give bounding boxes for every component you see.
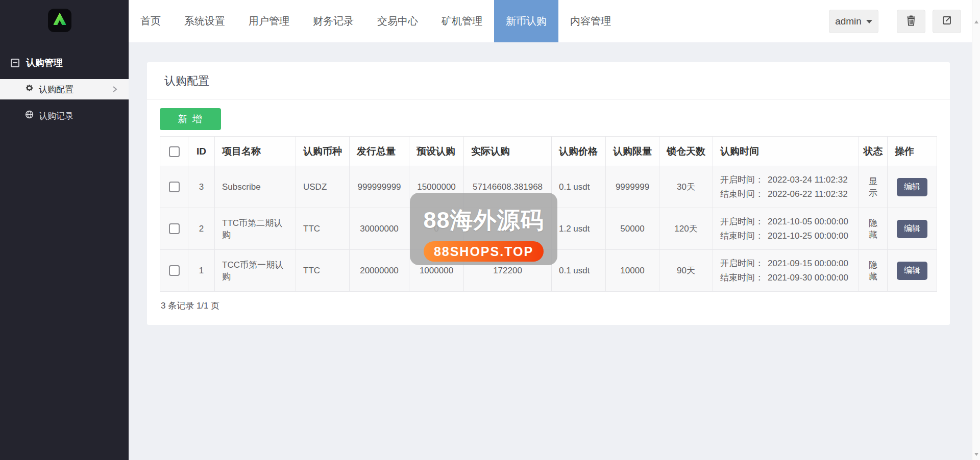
add-button[interactable]: 新 增 (160, 108, 221, 130)
close-time-value: 2021-10-25 00:00:00 (768, 231, 848, 241)
tab-home[interactable]: 首页 (129, 0, 173, 42)
open-time-value: 2021-09-15 00:00:00 (768, 259, 848, 268)
admin-dropdown[interactable]: admin (829, 10, 878, 33)
scrollbar[interactable] (972, 0, 980, 460)
close-time: 结束时间：2021-09-30 00:00:00 (720, 271, 851, 285)
cell-lock-days: 30天 (659, 166, 713, 208)
cell-select (160, 250, 188, 292)
sidebar: 认购管理 认购配置 (0, 0, 129, 460)
brand-logo[interactable] (48, 9, 71, 32)
select-all-checkbox[interactable] (169, 146, 180, 157)
globe-icon (25, 110, 34, 121)
sidebar-item-label: 认购配置 (39, 84, 74, 95)
tab-new-coin-subscription[interactable]: 新币认购 (494, 0, 558, 42)
scroll-up-arrow-icon[interactable] (974, 20, 978, 23)
nav-tabs: 首页 系统设置 用户管理 财务记录 交易中心 矿机管理 新币认购 内容管理 (129, 0, 623, 42)
cell-price: 1.2 usdt (552, 208, 606, 250)
col-preset: 预设认购 (409, 137, 464, 166)
cell-subscription-time: 开启时间：2021-10-05 00:00:00 结束时间：2021-10-25… (713, 208, 859, 250)
col-select (160, 137, 188, 166)
cell-id: 1 (188, 250, 215, 292)
col-status: 状态 (859, 137, 888, 166)
cell-total-issued: 999999999 (350, 166, 409, 208)
col-actions: 操作 (888, 137, 937, 166)
close-time: 结束时间：2022-06-22 11:02:32 (720, 187, 851, 201)
tab-finance-records[interactable]: 财务记录 (301, 0, 365, 42)
trash-button[interactable] (897, 10, 925, 33)
cell-status: 隐藏 (859, 250, 888, 292)
col-lock-days: 锁仓天数 (659, 137, 713, 166)
cell-limit: 10000 (606, 250, 659, 292)
open-time-value: 2022-03-24 11:02:32 (768, 175, 848, 185)
tab-content-management[interactable]: 内容管理 (558, 0, 623, 42)
header-actions: admin (829, 10, 961, 33)
tab-system-settings[interactable]: 系统设置 (173, 0, 237, 42)
cell-limit: 9999999 (606, 166, 659, 208)
col-total-issued: 发行总量 (350, 137, 409, 166)
cell-lock-days: 90天 (659, 250, 713, 292)
green-a-logo-icon (52, 12, 67, 29)
record-summary: 3 条记录 1/1 页 (160, 300, 937, 312)
table-header-row: ID 项目名称 认购币种 发行总量 预设认购 实际认购 认购价格 认购限量 锁仓… (160, 137, 937, 166)
col-limit: 认购限量 (606, 137, 659, 166)
close-time-label: 结束时间： (720, 189, 764, 199)
sidebar-item-subscription-records[interactable]: 认购记录 (0, 106, 129, 126)
cell-subscription-time: 开启时间：2022-03-24 11:02:32 结束时间：2022-06-22… (713, 166, 859, 208)
row-checkbox[interactable] (169, 182, 180, 192)
cell-project-name: TCC币第一期认购 (215, 250, 296, 292)
tab-user-management[interactable]: 用户管理 (237, 0, 301, 42)
open-time: 开启时间：2021-10-05 00:00:00 (720, 215, 851, 229)
edit-button[interactable]: 编辑 (897, 262, 927, 280)
watermark-overlay: 88海外源码 88SHOPS.TOP (410, 193, 557, 265)
col-id: ID (188, 137, 215, 166)
cell-actions: 编辑 (888, 250, 937, 292)
close-time-label: 结束时间： (720, 231, 764, 241)
cell-select (160, 166, 188, 208)
tab-mining-management[interactable]: 矿机管理 (430, 0, 494, 42)
cell-coin: USDZ (296, 166, 350, 208)
close-time-value: 2022-06-22 11:02:32 (768, 189, 848, 199)
edit-button[interactable]: 编辑 (897, 220, 927, 238)
close-time-value: 2021-09-30 00:00:00 (768, 273, 848, 283)
close-time-label: 结束时间： (720, 273, 764, 283)
sidebar-item-label: 认购记录 (39, 110, 74, 122)
open-time-value: 2021-10-05 00:00:00 (768, 217, 848, 226)
watermark-title: 88海外源码 (410, 205, 557, 236)
col-time: 认购时间 (713, 137, 859, 166)
tab-trading-center[interactable]: 交易中心 (365, 0, 430, 42)
cell-total-issued: 30000000 (350, 208, 409, 250)
row-checkbox[interactable] (169, 265, 180, 276)
cell-status: 显示 (859, 166, 888, 208)
sidebar-section-header[interactable]: 认购管理 (0, 57, 129, 69)
open-time-label: 开启时间： (720, 259, 764, 268)
col-actual: 实际认购 (464, 137, 552, 166)
export-button[interactable] (933, 10, 961, 33)
cell-project-name: TTC币第二期认购 (215, 208, 296, 250)
sidebar-menu: 认购配置 认购记录 (0, 79, 129, 126)
sidebar-logo-area (0, 0, 129, 42)
collapse-icon[interactable] (11, 59, 19, 67)
caret-down-icon (866, 20, 872, 23)
open-time-label: 开启时间： (720, 175, 764, 185)
cell-limit: 50000 (606, 208, 659, 250)
cell-actions: 编辑 (888, 166, 937, 208)
row-checkbox[interactable] (169, 223, 180, 234)
cell-price: 0.1 usdt (552, 250, 606, 292)
close-time: 结束时间：2021-10-25 00:00:00 (720, 229, 851, 243)
cell-coin: TTC (296, 208, 350, 250)
cell-lock-days: 120天 (659, 208, 713, 250)
scroll-down-arrow-icon[interactable] (974, 453, 978, 456)
chevron-right-icon (111, 85, 118, 96)
gear-icon (25, 84, 34, 95)
cell-total-issued: 20000000 (350, 250, 409, 292)
edit-button[interactable]: 编辑 (897, 178, 927, 196)
watermark-badge: 88SHOPS.TOP (424, 241, 544, 262)
export-icon (942, 15, 952, 28)
open-time: 开启时间：2021-09-15 00:00:00 (720, 257, 851, 271)
app-root: 认购管理 认购配置 (0, 0, 980, 460)
cell-coin: TTC (296, 250, 350, 292)
cell-id: 2 (188, 208, 215, 250)
sidebar-item-subscription-config[interactable]: 认购配置 (0, 79, 129, 99)
top-header: 首页 系统设置 用户管理 财务记录 交易中心 矿机管理 新币认购 内容管理 ad… (129, 0, 980, 42)
cell-id: 3 (188, 166, 215, 208)
